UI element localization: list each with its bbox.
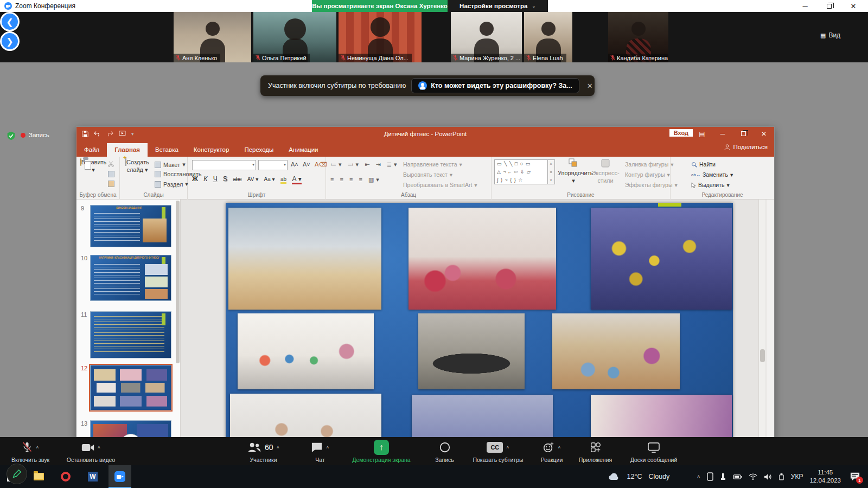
slide-thumbnail-12-selected[interactable] xyxy=(90,365,171,410)
sign-in-button[interactable]: Вход xyxy=(669,129,693,137)
ribbon-options-button[interactable]: ▤ xyxy=(693,127,711,140)
wifi-icon[interactable] xyxy=(749,473,757,480)
ppt-minimize-button[interactable]: ─ xyxy=(713,127,732,140)
slide-thumbnail-11[interactable] xyxy=(90,311,171,358)
view-settings-button[interactable]: Настройки просмотра⌄ xyxy=(448,0,548,12)
shape-fill-button[interactable]: Заливка фигуры ▾ xyxy=(623,161,673,168)
new-slide-button[interactable]: Создать слайд ▾ xyxy=(122,159,152,174)
participant-video[interactable]: Кандиба Катерина xyxy=(608,12,668,62)
strip-prev-arrow[interactable]: ❮ xyxy=(0,12,20,31)
weather-temp[interactable]: 12°C xyxy=(627,473,642,480)
show-captions-button[interactable]: CC˄ Показать субтитры xyxy=(465,439,531,463)
stop-video-button[interactable]: ˄ Остановить видео xyxy=(60,439,122,463)
tab-file[interactable]: Файл xyxy=(76,143,107,157)
text-direction-button[interactable]: Направление текста ▾ xyxy=(401,161,462,168)
slide-thumbnail-9[interactable]: ВИХОВНІ ЗАВДАННЯ xyxy=(90,205,171,247)
align-buttons[interactable]: ≡ ≡ ≡ ≡ ▥▾ xyxy=(330,176,381,183)
whiteboards-button[interactable]: Доски сообщений xyxy=(618,439,689,463)
weather-condition[interactable]: Cloudy xyxy=(648,473,669,480)
transcript-question-button[interactable]: Кто может видеть эту расшифровку? За... xyxy=(411,78,579,93)
tab-insert[interactable]: Вставка xyxy=(148,143,186,157)
reactions-button[interactable]: ˄ Реакции xyxy=(533,439,571,463)
quick-styles-button[interactable]: Экспресс-стили xyxy=(590,158,621,185)
audio-device-icon[interactable] xyxy=(720,473,726,480)
panel-scrollbar[interactable] xyxy=(176,201,180,363)
bold-button[interactable]: Ж xyxy=(192,175,198,183)
clear-format-button[interactable]: A⌫ xyxy=(315,161,327,168)
arrange-button[interactable]: Упорядочить ▾ xyxy=(558,158,589,185)
slide-photo-1[interactable] xyxy=(228,208,381,310)
battery-icon[interactable] xyxy=(733,474,742,480)
participant-video[interactable]: Аня Кленько xyxy=(174,12,251,62)
file-explorer-button[interactable] xyxy=(27,465,50,488)
tab-home[interactable]: Главная xyxy=(107,143,148,157)
format-painter-button[interactable] xyxy=(108,181,114,187)
unmute-button[interactable]: ˄ Включить звук xyxy=(3,439,58,463)
cut-button[interactable] xyxy=(108,161,114,167)
shapes-gallery[interactable]: ▭ ╲ ╲ □ ○ ▭ △ ¬ ⌐ ⇦ ⇩ ▱ ∫ ) ~ { } ☆ ˄≡˅ xyxy=(494,159,555,184)
increase-font-button[interactable]: A˄ xyxy=(291,161,298,168)
word-button[interactable]: W xyxy=(81,465,104,488)
section-button[interactable]: Раздел ▾ xyxy=(155,181,188,188)
font-name-combobox[interactable] xyxy=(192,160,256,170)
minimize-button[interactable]: ─ xyxy=(793,0,817,12)
clock[interactable]: 11:45 12.04.2023 xyxy=(809,468,841,485)
apps-button[interactable]: Приложения xyxy=(572,439,618,463)
participant-video[interactable]: Ольга Петрикей xyxy=(253,12,336,62)
zoom-app-button[interactable] xyxy=(108,465,131,488)
tray-overflow-chevron[interactable]: ˄ xyxy=(697,473,700,480)
chat-button[interactable]: ˄ Чат xyxy=(304,439,336,463)
list-indent-buttons[interactable]: ≔▾ ≕▾ ⇤ ⇥ ≣▾ xyxy=(330,161,399,168)
scrollbar-thumb[interactable] xyxy=(760,349,765,362)
find-button[interactable]: Найти xyxy=(691,161,716,168)
save-button[interactable] xyxy=(82,131,88,137)
ppt-restore-button[interactable] xyxy=(734,127,752,140)
tab-transitions[interactable]: Переходы xyxy=(237,143,281,157)
notifications-button[interactable]: 1 xyxy=(850,472,860,481)
share-button[interactable]: Поделиться xyxy=(724,144,768,150)
shape-effects-button[interactable]: Эффекты фигуры ▾ xyxy=(623,182,678,188)
layout-button[interactable]: Макет ▾ xyxy=(155,161,186,168)
close-button[interactable]: ✕ xyxy=(841,0,865,12)
phone-icon[interactable] xyxy=(707,472,713,481)
participant-video[interactable]: Марина Журенко, 2 ... xyxy=(451,12,522,62)
ppt-close-button[interactable]: ✕ xyxy=(755,127,773,140)
view-layout-button[interactable]: ▦Вид xyxy=(820,29,850,41)
qat-customize-chevron[interactable]: ▾ xyxy=(131,131,134,137)
strip-next-arrow[interactable]: ❯ xyxy=(0,31,20,51)
redo-button[interactable] xyxy=(106,131,113,137)
speaker-icon[interactable] xyxy=(764,473,772,480)
strikethrough-button[interactable]: abc xyxy=(233,176,241,182)
slide-photo-4[interactable] xyxy=(238,313,374,389)
font-color-button[interactable]: А ▾ xyxy=(292,175,301,184)
tab-design[interactable]: Конструктор xyxy=(186,143,237,157)
participants-button[interactable]: 60˄ Участники xyxy=(238,439,289,463)
slide-photo-3[interactable] xyxy=(591,208,732,310)
usb-icon[interactable] xyxy=(778,473,784,480)
slide-thumbnail-10[interactable]: НАПРЯМКИ І КЛАСИФІКАЦІЯ ДИТЯЧОГО ФІТНЕСУ xyxy=(90,255,171,301)
shape-outline-button[interactable]: Контур фигуры ▾ xyxy=(623,171,670,178)
replace-button[interactable]: ab↔Заменить ▾ xyxy=(691,171,733,178)
decrease-font-button[interactable]: A˅ xyxy=(303,161,310,168)
record-button[interactable]: Запись xyxy=(424,439,465,463)
tab-animations[interactable]: Анимации xyxy=(281,143,326,157)
language-indicator[interactable]: УКР xyxy=(791,473,803,480)
underline-button[interactable]: Ч xyxy=(213,175,218,183)
text-shadow-button[interactable]: S xyxy=(223,175,227,183)
slideshow-button[interactable] xyxy=(119,131,126,137)
copy-button[interactable] xyxy=(108,171,114,177)
select-button[interactable]: Выделить ▾ xyxy=(691,182,730,188)
slide-photo-2[interactable] xyxy=(409,208,556,310)
paste-button[interactable]: Вставить▾ xyxy=(78,159,108,174)
highlight-color-button[interactable]: ab xyxy=(280,176,286,184)
participant-video[interactable]: Elena Luah xyxy=(524,12,572,62)
annotation-pencil-button[interactable] xyxy=(7,464,27,484)
participant-video[interactable]: Неминуща Діана Ол... xyxy=(339,12,422,62)
slide-photo-5[interactable] xyxy=(418,313,525,389)
slide-photo-6[interactable] xyxy=(552,313,680,389)
restore-button[interactable] xyxy=(817,0,841,12)
smartart-button[interactable]: Преобразовать в SmartArt ▾ xyxy=(401,182,477,188)
italic-button[interactable]: К xyxy=(203,175,207,183)
char-spacing-button[interactable]: AV ▾ xyxy=(247,176,258,182)
font-size-combobox[interactable] xyxy=(258,160,288,170)
